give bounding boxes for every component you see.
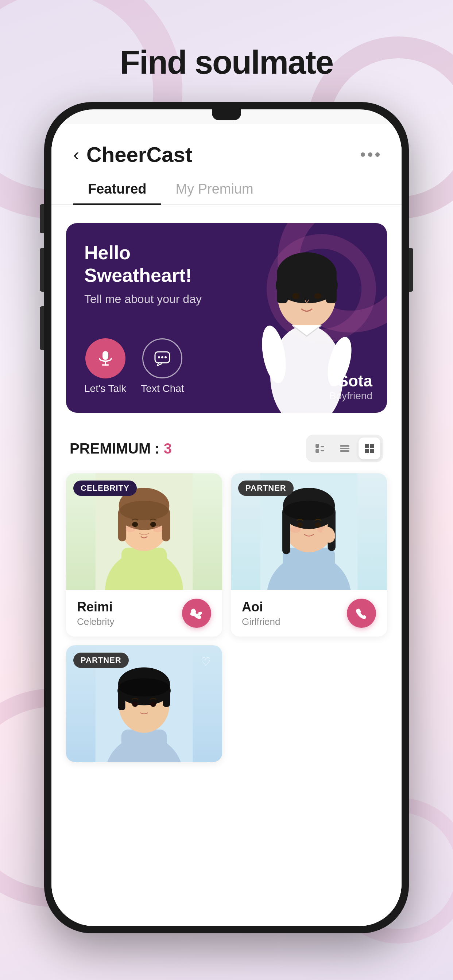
page-title: Find soulmate [0,44,453,81]
svg-point-52 [284,501,335,520]
svg-rect-27 [365,449,369,453]
hero-text: HelloSweatheart! Tell me about your day [84,241,224,306]
svg-rect-23 [340,448,349,449]
volume-down-button [40,306,44,350]
aoi-text: Aoi Girlfriend [242,600,280,627]
text-chat-button[interactable]: Text Chat [141,338,184,395]
tab-my-premium[interactable]: My Premium [161,174,268,204]
dot-3 [375,153,380,157]
chat-icon [153,349,172,368]
character-name: Sota [329,372,372,390]
aoi-badge: PARTNER [238,480,293,496]
power-button [409,248,413,292]
reimi-info: Reimi Celebrity [66,590,222,636]
hero-actions: Let's Talk [84,338,224,395]
app-title: CheerCast [86,142,192,167]
svg-rect-5 [277,274,288,303]
aoi-name: Aoi [242,600,280,615]
reimi-badge: CELEBRITY [73,480,137,496]
svg-rect-60 [121,730,167,762]
view-toggle-grid[interactable] [359,438,380,460]
lets-talk-label: Let's Talk [84,383,126,395]
svg-rect-26 [370,444,374,448]
dot-1 [361,153,365,157]
hero-card: HelloSweatheart! Tell me about your day [66,223,387,413]
chat-button-circle [142,338,182,379]
svg-rect-6 [326,274,337,303]
aoi-image: PARTNER [231,473,387,590]
svg-rect-19 [316,449,319,453]
silent-button [40,204,44,233]
hero-subtitle: Tell me about your day [84,293,224,306]
svg-rect-31 [121,547,167,590]
reimi-name: Reimi [77,600,115,615]
svg-point-15 [158,356,160,358]
svg-point-17 [164,356,167,358]
svg-point-68 [132,702,138,707]
premium-section-header: PREMIMUM : 3 [51,424,402,473]
view-toggle-card[interactable] [309,438,331,460]
third-heart-icon: ♡ [196,652,215,671]
svg-rect-24 [340,450,349,452]
svg-point-67 [119,678,170,697]
svg-point-7 [292,293,300,299]
more-menu-button[interactable] [361,153,380,157]
premium-title: PREMIMUM : 3 [70,441,172,457]
volume-up-button [40,248,44,292]
lets-talk-button[interactable]: Let's Talk [84,338,126,395]
view-toggle-list[interactable] [334,438,356,460]
person-card-reimi[interactable]: CELEBRITY [66,473,222,636]
dot-2 [368,153,372,157]
phone-notch [212,110,241,120]
svg-rect-45 [283,547,335,590]
aoi-role: Girlfriend [242,616,280,627]
text-chat-label: Text Chat [141,383,184,395]
svg-rect-20 [321,446,324,447]
svg-point-41 [126,526,135,532]
svg-point-8 [314,293,321,299]
hero-greeting: HelloSweatheart! [84,241,224,287]
app-header: ‹ CheerCast [51,124,402,174]
person-card-third[interactable]: PARTNER ♡ [66,645,222,762]
mic-icon [96,349,115,368]
reimi-text: Reimi Celebrity [77,600,115,627]
svg-rect-22 [340,445,349,447]
reimi-image: CELEBRITY [66,473,222,590]
mic-button-circle [85,338,126,379]
header-left: ‹ CheerCast [73,142,192,167]
reimi-role: Celebrity [77,616,115,627]
person-card-aoi[interactable]: PARTNER [231,473,387,636]
cards-grid: CELEBRITY [51,473,402,762]
app-content: ‹ CheerCast Featured My Premium [51,124,402,926]
reimi-call-button[interactable] [182,599,211,628]
phone-screen: ‹ CheerCast Featured My Premium [51,110,402,926]
premium-count: 3 [164,441,172,457]
svg-rect-21 [321,450,324,451]
phone-handset-icon [190,607,203,620]
svg-rect-18 [316,444,319,448]
view-toggle-group [306,434,383,462]
character-role: Boyfriend [329,390,372,402]
svg-rect-11 [102,351,108,360]
aoi-phone-icon [355,607,368,620]
phone-frame: ‹ CheerCast Featured My Premium [44,102,409,933]
svg-point-55 [290,527,300,533]
hero-content: HelloSweatheart! Tell me about your day [66,223,242,413]
svg-rect-28 [370,449,374,453]
svg-point-69 [150,702,156,707]
tab-bar: Featured My Premium [51,174,402,205]
character-info: Sota Boyfriend [329,372,372,402]
svg-point-16 [161,356,163,358]
svg-point-38 [120,501,168,520]
aoi-call-button[interactable] [347,599,376,628]
aoi-info: Aoi Girlfriend [231,590,387,636]
tab-featured[interactable]: Featured [73,174,161,204]
svg-rect-25 [365,444,369,448]
back-button[interactable]: ‹ [73,145,79,164]
third-badge: PARTNER [73,652,129,668]
svg-point-42 [153,526,163,532]
third-image: PARTNER ♡ [66,645,222,762]
